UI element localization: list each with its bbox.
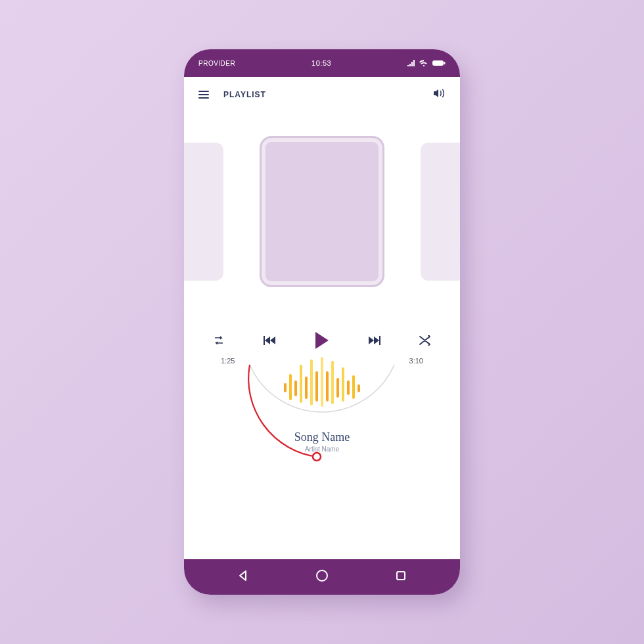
svg-rect-2: [284, 383, 287, 392]
phone-frame: PROVIDER 10:53 PLAYLIST: [184, 49, 460, 595]
svg-rect-7: [310, 359, 313, 405]
volume-icon[interactable]: [434, 89, 446, 101]
svg-rect-18: [397, 572, 405, 580]
svg-rect-15: [352, 375, 355, 399]
track-artist: Artist Name: [184, 446, 460, 453]
track-info: Song Name Artist Name: [184, 430, 460, 453]
back-button[interactable]: [237, 570, 249, 584]
progress-section: 1:25 3:10: [184, 352, 460, 559]
wifi-icon: [419, 60, 428, 66]
album-art-prev[interactable]: [184, 143, 223, 281]
progress-arc[interactable]: [217, 352, 427, 483]
playback-controls: [184, 332, 460, 349]
equalizer-icon: [284, 357, 360, 407]
svg-rect-13: [342, 367, 344, 402]
signal-icon: [407, 60, 415, 66]
next-button[interactable]: [369, 336, 380, 345]
svg-rect-8: [315, 371, 318, 402]
album-art-current[interactable]: [260, 136, 384, 287]
status-bar: PROVIDER 10:53: [184, 49, 460, 77]
svg-rect-9: [321, 357, 323, 407]
carrier-label: PROVIDER: [198, 60, 235, 67]
track-title: Song Name: [184, 430, 460, 444]
svg-rect-0: [432, 60, 444, 66]
total-time: 3:10: [409, 357, 423, 365]
home-button[interactable]: [315, 569, 329, 585]
status-icons: [407, 60, 446, 66]
app-bar: PLAYLIST: [184, 77, 460, 112]
recent-apps-button[interactable]: [395, 570, 407, 584]
svg-rect-6: [305, 377, 308, 399]
clock: 10:53: [311, 59, 331, 67]
elapsed-time: 1:25: [221, 357, 235, 365]
system-nav-bar: [184, 559, 460, 595]
progress-knob[interactable]: [313, 453, 321, 461]
album-carousel[interactable]: [184, 123, 460, 300]
album-art-next[interactable]: [421, 143, 460, 281]
shuffle-button[interactable]: [419, 335, 431, 346]
svg-rect-16: [357, 384, 360, 392]
battery-icon: [432, 60, 446, 66]
play-button[interactable]: [314, 332, 330, 349]
svg-rect-11: [331, 361, 334, 404]
repeat-button[interactable]: [213, 335, 225, 346]
svg-point-17: [317, 570, 327, 581]
svg-rect-1: [444, 62, 445, 64]
svg-rect-10: [326, 371, 329, 402]
svg-rect-4: [294, 380, 297, 396]
svg-rect-3: [289, 374, 292, 400]
svg-rect-14: [347, 380, 350, 395]
svg-rect-5: [300, 365, 302, 403]
previous-button[interactable]: [264, 336, 275, 345]
svg-rect-12: [336, 378, 339, 398]
page-title: PLAYLIST: [223, 90, 266, 99]
menu-icon[interactable]: [198, 91, 209, 99]
